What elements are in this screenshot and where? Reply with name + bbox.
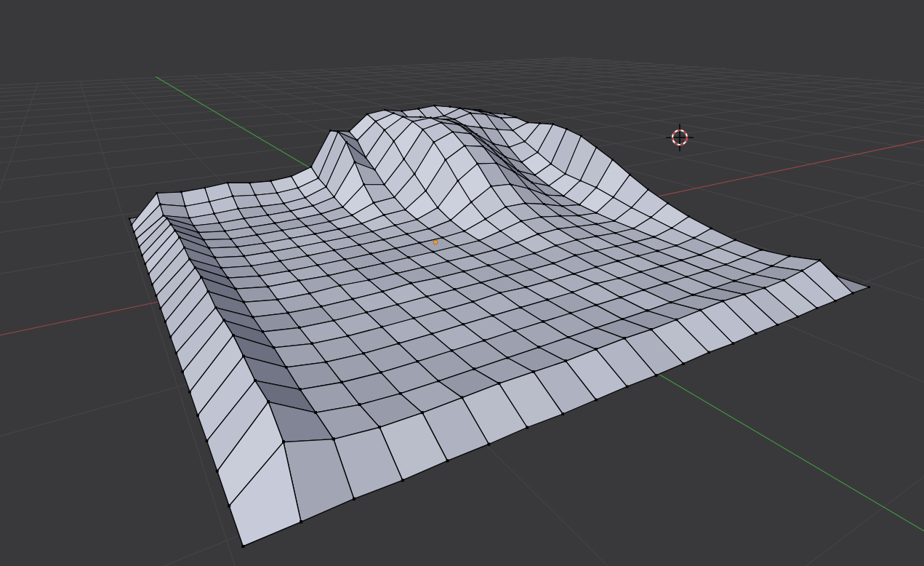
mesh-vertex[interactable]	[437, 207, 439, 209]
mesh-vertex[interactable]	[498, 382, 501, 385]
mesh-vertex[interactable]	[410, 282, 412, 284]
mesh-vertex[interactable]	[425, 190, 427, 192]
mesh-vertex[interactable]	[300, 520, 302, 523]
mesh-vertex[interactable]	[170, 223, 172, 226]
mesh-vertex[interactable]	[629, 174, 631, 176]
mesh-vertex[interactable]	[413, 317, 415, 319]
mesh-vertex[interactable]	[819, 259, 821, 261]
mesh-vertex[interactable]	[494, 249, 496, 251]
mesh-vertex[interactable]	[441, 121, 442, 123]
mesh-vertex[interactable]	[297, 187, 299, 188]
mesh-vertex[interactable]	[526, 426, 529, 429]
mesh-vertex[interactable]	[513, 330, 515, 332]
mesh-vertex[interactable]	[276, 192, 278, 194]
mesh-vertex[interactable]	[363, 183, 365, 186]
mesh-vertex[interactable]	[571, 292, 574, 294]
mesh-vertex[interactable]	[366, 311, 368, 314]
mesh-vertex[interactable]	[451, 131, 453, 132]
mesh-vertex[interactable]	[573, 273, 575, 275]
mesh-vertex[interactable]	[267, 215, 269, 217]
mesh-vertex[interactable]	[428, 228, 430, 230]
mesh-vertex[interactable]	[249, 226, 252, 228]
mesh-vertex[interactable]	[426, 295, 428, 298]
mesh-vertex[interactable]	[516, 242, 518, 244]
mesh-vertex[interactable]	[447, 119, 449, 121]
mesh-vertex[interactable]	[555, 244, 557, 247]
mesh-vertex[interactable]	[243, 218, 245, 220]
mesh-vertex[interactable]	[180, 191, 182, 194]
mesh-vertex[interactable]	[527, 121, 529, 123]
mesh-vertex[interactable]	[458, 124, 459, 125]
mesh-vertex[interactable]	[243, 255, 245, 258]
mesh-vertex[interactable]	[576, 239, 578, 241]
mesh-vertex[interactable]	[260, 205, 262, 207]
mesh-vertex[interactable]	[706, 270, 708, 272]
mesh-vertex[interactable]	[282, 441, 285, 444]
mesh-vertex[interactable]	[500, 117, 502, 119]
mesh-vertex[interactable]	[505, 275, 507, 277]
mesh-vertex[interactable]	[734, 280, 736, 282]
mesh-vertex[interactable]	[443, 115, 445, 116]
mesh-vertex[interactable]	[752, 274, 755, 276]
mesh-vertex[interactable]	[513, 171, 515, 173]
mesh-vertex[interactable]	[680, 260, 682, 262]
mesh-vertex[interactable]	[333, 250, 335, 252]
mesh-vertex[interactable]	[456, 245, 458, 247]
mesh-vertex[interactable]	[209, 201, 211, 203]
mesh-vertex[interactable]	[203, 239, 205, 241]
mesh-vertex[interactable]	[510, 183, 512, 186]
mesh-vertex[interactable]	[422, 129, 424, 130]
mesh-vertex[interactable]	[310, 166, 312, 167]
mesh-vertex[interactable]	[383, 214, 385, 216]
mesh-vertex[interactable]	[595, 250, 598, 252]
mesh-vertex[interactable]	[457, 180, 459, 182]
mesh-vertex[interactable]	[430, 117, 431, 119]
mesh-vertex[interactable]	[619, 296, 622, 298]
mesh-vertex[interactable]	[333, 319, 335, 322]
mesh-vertex[interactable]	[327, 275, 329, 277]
mesh-vertex[interactable]	[463, 271, 465, 273]
mesh-vertex[interactable]	[375, 121, 377, 122]
mesh-vertex[interactable]	[144, 263, 146, 265]
mesh-vertex[interactable]	[263, 242, 265, 244]
mesh-vertex[interactable]	[615, 245, 617, 247]
mesh-vertex[interactable]	[447, 260, 449, 263]
mesh-vertex[interactable]	[463, 231, 465, 233]
mesh-vertex[interactable]	[505, 206, 507, 208]
mesh-vertex[interactable]	[382, 263, 385, 265]
mesh-vertex[interactable]	[488, 443, 491, 446]
mesh-vertex[interactable]	[670, 301, 672, 303]
mesh-vertex[interactable]	[495, 162, 497, 164]
mesh-vertex[interactable]	[159, 307, 161, 309]
mesh-vertex[interactable]	[630, 207, 632, 209]
mesh-vertex[interactable]	[298, 279, 300, 282]
mesh-vertex[interactable]	[485, 113, 486, 115]
mesh-vertex[interactable]	[417, 108, 419, 110]
mesh-vertex[interactable]	[771, 265, 773, 267]
mesh-vertex[interactable]	[505, 156, 506, 158]
mesh-vertex[interactable]	[632, 228, 635, 230]
mesh-vertex[interactable]	[529, 268, 531, 271]
mesh-vertex[interactable]	[579, 180, 582, 182]
mesh-vertex[interactable]	[557, 228, 559, 230]
mesh-vertex[interactable]	[232, 334, 234, 336]
mesh-vertex[interactable]	[324, 241, 326, 243]
mesh-vertex[interactable]	[182, 371, 184, 373]
mesh-vertex[interactable]	[816, 307, 818, 309]
mesh-vertex[interactable]	[595, 348, 597, 351]
mesh-vertex[interactable]	[487, 265, 489, 267]
mesh-vertex[interactable]	[550, 279, 552, 282]
mesh-vertex[interactable]	[133, 231, 135, 234]
mesh-vertex[interactable]	[242, 355, 245, 358]
mesh-vertex[interactable]	[220, 267, 222, 269]
mesh-vertex[interactable]	[381, 326, 383, 328]
mesh-vertex[interactable]	[611, 159, 614, 161]
mesh-vertex[interactable]	[595, 212, 598, 214]
mesh-vertex[interactable]	[640, 271, 642, 273]
mesh-vertex[interactable]	[305, 197, 307, 199]
mesh-vertex[interactable]	[579, 204, 581, 206]
mesh-vertex[interactable]	[546, 299, 548, 301]
mesh-vertex[interactable]	[451, 349, 453, 351]
mesh-vertex[interactable]	[163, 215, 165, 217]
mesh-vertex[interactable]	[743, 293, 745, 295]
